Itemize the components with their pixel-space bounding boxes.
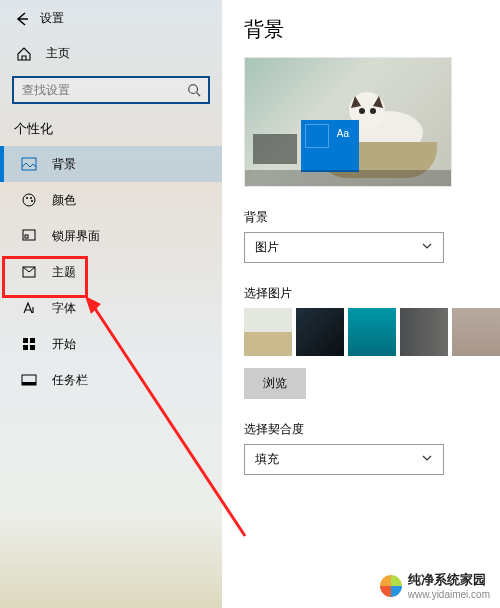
sidebar-item-start[interactable]: 开始: [0, 326, 222, 362]
bg-type-label: 背景: [244, 209, 482, 226]
svg-rect-9: [23, 338, 28, 343]
svg-rect-1: [22, 158, 36, 170]
fit-value: 填充: [255, 451, 279, 468]
browse-button[interactable]: 浏览: [244, 368, 306, 399]
main-panel: 背景 Aa 背景 图片 选择图片: [222, 0, 500, 608]
preview-aa: Aa: [337, 128, 349, 139]
svg-rect-11: [23, 345, 28, 350]
lockscreen-icon: [20, 227, 38, 245]
page-title: 背景: [244, 16, 482, 43]
wallpaper-thumb[interactable]: [296, 308, 344, 356]
wallpaper-thumb[interactable]: [400, 308, 448, 356]
sidebar-item-label: 锁屏界面: [52, 228, 100, 245]
sidebar-item-label: 颜色: [52, 192, 76, 209]
thumbnail-row: [244, 308, 482, 356]
wallpaper-thumb[interactable]: [452, 308, 500, 356]
svg-point-4: [30, 197, 32, 199]
chevron-down-icon: [421, 452, 433, 467]
wallpaper-thumb[interactable]: [348, 308, 396, 356]
theme-icon: [20, 263, 38, 281]
choose-pic-label: 选择图片: [244, 285, 482, 302]
sidebar-home[interactable]: 主页: [0, 37, 222, 70]
sidebar-item-label: 字体: [52, 300, 76, 317]
search-icon: [186, 82, 202, 98]
sidebar-item-lockscreen[interactable]: 锁屏界面: [0, 218, 222, 254]
svg-rect-14: [22, 382, 36, 385]
svg-point-2: [23, 194, 35, 206]
svg-point-18: [370, 108, 376, 114]
wallpaper-thumb[interactable]: [244, 308, 292, 356]
svg-rect-12: [30, 345, 35, 350]
sidebar-home-label: 主页: [46, 45, 70, 62]
bg-type-value: 图片: [255, 239, 279, 256]
sidebar-item-label: 背景: [52, 156, 76, 173]
watermark-url: www.yidaimei.com: [408, 589, 490, 600]
wallpaper-preview: Aa: [244, 57, 452, 187]
watermark: 纯净系统家园 www.yidaimei.com: [380, 571, 490, 600]
start-icon: [20, 335, 38, 353]
palette-icon: [20, 191, 38, 209]
taskbar-icon: [20, 371, 38, 389]
fit-label: 选择契合度: [244, 421, 482, 438]
svg-point-3: [26, 197, 28, 199]
picture-icon: [20, 155, 38, 173]
svg-rect-7: [25, 235, 28, 238]
sidebar-item-label: 主题: [52, 264, 76, 281]
sidebar-item-label: 任务栏: [52, 372, 88, 389]
font-icon: [20, 299, 38, 317]
settings-title: 设置: [40, 10, 64, 27]
home-icon: [16, 46, 32, 62]
sidebar-item-fonts[interactable]: 字体: [0, 290, 222, 326]
fit-dropdown[interactable]: 填充: [244, 444, 444, 475]
sidebar-item-colors[interactable]: 颜色: [0, 182, 222, 218]
sidebar-item-taskbar[interactable]: 任务栏: [0, 362, 222, 398]
sidebar-item-label: 开始: [52, 336, 76, 353]
back-icon[interactable]: [14, 11, 30, 27]
sidebar-item-themes[interactable]: 主题: [0, 254, 222, 290]
sidebar-group-header: 个性化: [0, 114, 222, 146]
watermark-brand: 纯净系统家园: [408, 571, 490, 589]
svg-point-0: [189, 85, 198, 94]
svg-point-5: [31, 200, 33, 202]
svg-point-17: [359, 108, 365, 114]
watermark-logo-icon: [380, 575, 402, 597]
sidebar-item-background[interactable]: 背景: [0, 146, 222, 182]
search-input[interactable]: [12, 76, 210, 104]
svg-rect-10: [30, 338, 35, 343]
chevron-down-icon: [421, 240, 433, 255]
sidebar: 设置 主页 个性化 背景 颜色: [0, 0, 222, 608]
bg-type-dropdown[interactable]: 图片: [244, 232, 444, 263]
